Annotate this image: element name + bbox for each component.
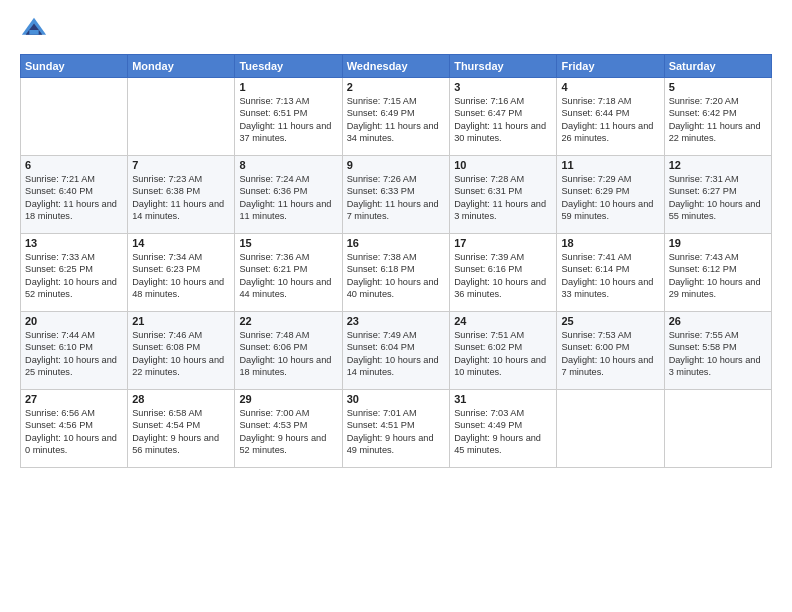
calendar-cell <box>128 78 235 156</box>
day-info: Sunrise: 6:56 AMSunset: 4:56 PMDaylight:… <box>25 407 123 457</box>
calendar-cell: 7Sunrise: 7:23 AMSunset: 6:38 PMDaylight… <box>128 156 235 234</box>
calendar-cell: 18Sunrise: 7:41 AMSunset: 6:14 PMDayligh… <box>557 234 664 312</box>
calendar-page: SundayMondayTuesdayWednesdayThursdayFrid… <box>0 0 792 612</box>
day-info: Sunrise: 7:00 AMSunset: 4:53 PMDaylight:… <box>239 407 337 457</box>
day-info: Sunrise: 7:16 AMSunset: 6:47 PMDaylight:… <box>454 95 552 145</box>
day-info: Sunrise: 6:58 AMSunset: 4:54 PMDaylight:… <box>132 407 230 457</box>
day-info: Sunrise: 7:36 AMSunset: 6:21 PMDaylight:… <box>239 251 337 301</box>
day-info: Sunrise: 7:29 AMSunset: 6:29 PMDaylight:… <box>561 173 659 223</box>
day-info: Sunrise: 7:26 AMSunset: 6:33 PMDaylight:… <box>347 173 445 223</box>
day-info: Sunrise: 7:13 AMSunset: 6:51 PMDaylight:… <box>239 95 337 145</box>
calendar-cell: 20Sunrise: 7:44 AMSunset: 6:10 PMDayligh… <box>21 312 128 390</box>
calendar-cell: 10Sunrise: 7:28 AMSunset: 6:31 PMDayligh… <box>450 156 557 234</box>
day-number: 6 <box>25 159 123 171</box>
day-number: 20 <box>25 315 123 327</box>
day-number: 23 <box>347 315 445 327</box>
calendar-cell: 14Sunrise: 7:34 AMSunset: 6:23 PMDayligh… <box>128 234 235 312</box>
calendar-cell <box>664 390 771 468</box>
calendar-cell: 31Sunrise: 7:03 AMSunset: 4:49 PMDayligh… <box>450 390 557 468</box>
day-info: Sunrise: 7:34 AMSunset: 6:23 PMDaylight:… <box>132 251 230 301</box>
calendar-cell <box>557 390 664 468</box>
calendar-cell: 22Sunrise: 7:48 AMSunset: 6:06 PMDayligh… <box>235 312 342 390</box>
week-row-3: 13Sunrise: 7:33 AMSunset: 6:25 PMDayligh… <box>21 234 772 312</box>
calendar-cell: 2Sunrise: 7:15 AMSunset: 6:49 PMDaylight… <box>342 78 449 156</box>
day-number: 8 <box>239 159 337 171</box>
logo <box>20 16 50 44</box>
calendar-cell: 21Sunrise: 7:46 AMSunset: 6:08 PMDayligh… <box>128 312 235 390</box>
day-number: 29 <box>239 393 337 405</box>
calendar-cell <box>21 78 128 156</box>
day-info: Sunrise: 7:53 AMSunset: 6:00 PMDaylight:… <box>561 329 659 379</box>
calendar-cell: 3Sunrise: 7:16 AMSunset: 6:47 PMDaylight… <box>450 78 557 156</box>
day-number: 2 <box>347 81 445 93</box>
day-info: Sunrise: 7:18 AMSunset: 6:44 PMDaylight:… <box>561 95 659 145</box>
calendar-cell: 1Sunrise: 7:13 AMSunset: 6:51 PMDaylight… <box>235 78 342 156</box>
calendar-cell: 23Sunrise: 7:49 AMSunset: 6:04 PMDayligh… <box>342 312 449 390</box>
weekday-header-friday: Friday <box>557 55 664 78</box>
calendar-cell: 5Sunrise: 7:20 AMSunset: 6:42 PMDaylight… <box>664 78 771 156</box>
day-number: 27 <box>25 393 123 405</box>
day-number: 28 <box>132 393 230 405</box>
day-info: Sunrise: 7:03 AMSunset: 4:49 PMDaylight:… <box>454 407 552 457</box>
day-number: 7 <box>132 159 230 171</box>
calendar-table: SundayMondayTuesdayWednesdayThursdayFrid… <box>20 54 772 468</box>
day-info: Sunrise: 7:33 AMSunset: 6:25 PMDaylight:… <box>25 251 123 301</box>
day-number: 26 <box>669 315 767 327</box>
week-row-5: 27Sunrise: 6:56 AMSunset: 4:56 PMDayligh… <box>21 390 772 468</box>
day-number: 31 <box>454 393 552 405</box>
weekday-header-wednesday: Wednesday <box>342 55 449 78</box>
calendar-cell: 25Sunrise: 7:53 AMSunset: 6:00 PMDayligh… <box>557 312 664 390</box>
day-info: Sunrise: 7:28 AMSunset: 6:31 PMDaylight:… <box>454 173 552 223</box>
calendar-cell: 29Sunrise: 7:00 AMSunset: 4:53 PMDayligh… <box>235 390 342 468</box>
logo-icon <box>20 16 48 44</box>
day-info: Sunrise: 7:51 AMSunset: 6:02 PMDaylight:… <box>454 329 552 379</box>
day-number: 14 <box>132 237 230 249</box>
day-info: Sunrise: 7:48 AMSunset: 6:06 PMDaylight:… <box>239 329 337 379</box>
day-number: 3 <box>454 81 552 93</box>
day-number: 19 <box>669 237 767 249</box>
day-info: Sunrise: 7:46 AMSunset: 6:08 PMDaylight:… <box>132 329 230 379</box>
calendar-cell: 27Sunrise: 6:56 AMSunset: 4:56 PMDayligh… <box>21 390 128 468</box>
calendar-cell: 28Sunrise: 6:58 AMSunset: 4:54 PMDayligh… <box>128 390 235 468</box>
weekday-header-thursday: Thursday <box>450 55 557 78</box>
day-number: 15 <box>239 237 337 249</box>
day-number: 16 <box>347 237 445 249</box>
day-info: Sunrise: 7:41 AMSunset: 6:14 PMDaylight:… <box>561 251 659 301</box>
calendar-cell: 15Sunrise: 7:36 AMSunset: 6:21 PMDayligh… <box>235 234 342 312</box>
day-number: 13 <box>25 237 123 249</box>
day-info: Sunrise: 7:49 AMSunset: 6:04 PMDaylight:… <box>347 329 445 379</box>
calendar-cell: 11Sunrise: 7:29 AMSunset: 6:29 PMDayligh… <box>557 156 664 234</box>
day-number: 10 <box>454 159 552 171</box>
day-info: Sunrise: 7:44 AMSunset: 6:10 PMDaylight:… <box>25 329 123 379</box>
day-info: Sunrise: 7:38 AMSunset: 6:18 PMDaylight:… <box>347 251 445 301</box>
day-number: 21 <box>132 315 230 327</box>
day-number: 11 <box>561 159 659 171</box>
day-number: 18 <box>561 237 659 249</box>
weekday-header-row: SundayMondayTuesdayWednesdayThursdayFrid… <box>21 55 772 78</box>
day-info: Sunrise: 7:24 AMSunset: 6:36 PMDaylight:… <box>239 173 337 223</box>
day-number: 1 <box>239 81 337 93</box>
day-info: Sunrise: 7:43 AMSunset: 6:12 PMDaylight:… <box>669 251 767 301</box>
calendar-cell: 26Sunrise: 7:55 AMSunset: 5:58 PMDayligh… <box>664 312 771 390</box>
day-number: 5 <box>669 81 767 93</box>
weekday-header-monday: Monday <box>128 55 235 78</box>
day-number: 22 <box>239 315 337 327</box>
calendar-cell: 19Sunrise: 7:43 AMSunset: 6:12 PMDayligh… <box>664 234 771 312</box>
calendar-cell: 13Sunrise: 7:33 AMSunset: 6:25 PMDayligh… <box>21 234 128 312</box>
day-number: 12 <box>669 159 767 171</box>
calendar-cell: 8Sunrise: 7:24 AMSunset: 6:36 PMDaylight… <box>235 156 342 234</box>
week-row-1: 1Sunrise: 7:13 AMSunset: 6:51 PMDaylight… <box>21 78 772 156</box>
calendar-cell: 4Sunrise: 7:18 AMSunset: 6:44 PMDaylight… <box>557 78 664 156</box>
day-info: Sunrise: 7:21 AMSunset: 6:40 PMDaylight:… <box>25 173 123 223</box>
day-number: 9 <box>347 159 445 171</box>
calendar-cell: 17Sunrise: 7:39 AMSunset: 6:16 PMDayligh… <box>450 234 557 312</box>
day-info: Sunrise: 7:20 AMSunset: 6:42 PMDaylight:… <box>669 95 767 145</box>
weekday-header-tuesday: Tuesday <box>235 55 342 78</box>
day-number: 17 <box>454 237 552 249</box>
calendar-cell: 24Sunrise: 7:51 AMSunset: 6:02 PMDayligh… <box>450 312 557 390</box>
day-info: Sunrise: 7:01 AMSunset: 4:51 PMDaylight:… <box>347 407 445 457</box>
day-number: 4 <box>561 81 659 93</box>
day-info: Sunrise: 7:15 AMSunset: 6:49 PMDaylight:… <box>347 95 445 145</box>
day-info: Sunrise: 7:39 AMSunset: 6:16 PMDaylight:… <box>454 251 552 301</box>
calendar-cell: 30Sunrise: 7:01 AMSunset: 4:51 PMDayligh… <box>342 390 449 468</box>
